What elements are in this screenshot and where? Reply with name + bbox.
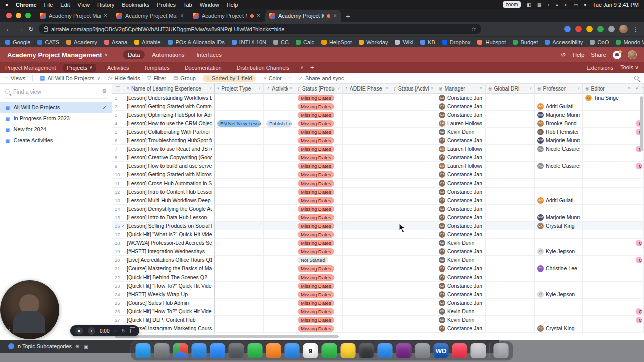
cell-status-production[interactable]: Missing Dates [295, 222, 343, 230]
cell-status-activities[interactable] [391, 247, 436, 256]
column-header-act[interactable]: ↗Activities∨ [264, 84, 295, 93]
cell-addie-phase[interactable] [343, 111, 391, 119]
table-row[interactable]: 2[Lesson] Getting Started with Commerce … [112, 102, 644, 111]
browser-tab[interactable]: Academy Project Managem× [112, 10, 188, 22]
cell-project-type[interactable] [215, 196, 264, 205]
cell-activities[interactable] [264, 205, 295, 213]
cell-manager[interactable]: KDKevin Dunn [436, 307, 486, 316]
cell-professor[interactable]: NCNicole Casares [535, 162, 583, 170]
cell-sta[interactable] [633, 264, 644, 273]
cell-status-production[interactable]: Missing Dates [295, 111, 343, 119]
bookmark-mondo-vault[interactable]: Mondo Vault [616, 39, 644, 45]
cell-addie-phase[interactable] [343, 196, 391, 205]
cell-activities[interactable] [264, 102, 295, 111]
cell-professor[interactable]: MMMarjorie Munroe [535, 111, 583, 119]
cell-status-activities[interactable] [391, 307, 436, 316]
cell-sta[interactable] [633, 299, 644, 307]
dock-icon-launchpad[interactable] [154, 343, 170, 358]
apple-menu-icon[interactable]: ● [5, 2, 8, 7]
cell-project-type[interactable] [215, 239, 264, 247]
cell-activities[interactable] [264, 230, 295, 239]
chevron-down-icon[interactable]: ∨ [529, 86, 532, 90]
cell-editor[interactable] [583, 307, 633, 316]
horizontal-scrollbar[interactable] [115, 335, 339, 338]
cell-status-production[interactable]: Not Started [295, 256, 343, 264]
cell-professor[interactable] [535, 230, 583, 239]
dock-icon-safari[interactable] [192, 343, 207, 358]
bookmark-pos-allocadia-ids[interactable]: POs & Allocadia IDs [168, 39, 224, 45]
cell-name[interactable]: [Lesson] Creative Copywriting (Google Ad… [124, 153, 215, 162]
extensions-button[interactable]: Extensions [586, 65, 613, 71]
cell-status-activities[interactable] [391, 264, 436, 273]
row-number-cell[interactable]: 23 [112, 282, 124, 290]
cell-project-type[interactable] [215, 170, 264, 179]
column-header-sta[interactable]: ▾Sta∨ [633, 84, 644, 93]
row-number-cell[interactable]: 7 [112, 145, 124, 153]
sidebar-view-all-will-do-projects[interactable]: ▦All Will Do Projects✓ [0, 102, 112, 113]
menu-help[interactable]: Help [227, 2, 238, 8]
cell-professor[interactable] [535, 170, 583, 179]
cell-name[interactable]: [Lesson] Cross-Hub Automation in Starter [124, 179, 215, 188]
cell-status-production[interactable]: Missing Dates [295, 213, 343, 222]
cell-status-activities[interactable] [391, 273, 436, 282]
pause-recording-button[interactable]: ‖ [88, 327, 95, 335]
cell-global-dri[interactable] [486, 213, 535, 222]
cell-addie-phase[interactable] [343, 94, 391, 102]
cell-editor[interactable] [583, 247, 633, 256]
cell-activities[interactable] [264, 213, 295, 222]
cell-editor[interactable] [583, 162, 633, 170]
menu-window[interactable]: Window [200, 2, 219, 8]
window-close-button[interactable] [6, 13, 12, 18]
cell-status-production[interactable]: Missing Dates [295, 316, 343, 324]
cell-manager[interactable]: KDKevin Dunn [436, 316, 486, 324]
table-row[interactable]: 18[WCW24] Professor-Led Accreds Session … [112, 239, 644, 247]
cell-professor[interactable] [535, 307, 583, 316]
dock-icon-preview[interactable] [471, 343, 486, 358]
cell-status-activities[interactable] [391, 205, 436, 213]
cell-manager[interactable]: CJConstance James [436, 153, 486, 162]
cell-sta[interactable]: Q3'2 [633, 162, 644, 170]
cell-sta[interactable] [633, 170, 644, 179]
cell-activities[interactable] [264, 170, 295, 179]
bookmark-academy[interactable]: Academy [66, 39, 97, 45]
column-header-type[interactable]: ▾Project Type∨ [215, 84, 264, 93]
dock-icon-zoom[interactable] [210, 343, 225, 358]
cell-editor[interactable]: TSTina Singe [583, 94, 633, 102]
cell-manager[interactable]: CJConstance James [436, 264, 486, 273]
cell-professor[interactable]: MMMarjorie Munroe [535, 213, 583, 222]
cell-status-production[interactable]: Missing Dates [295, 136, 343, 145]
cell-global-dri[interactable] [486, 111, 535, 119]
cell-status-activities[interactable] [391, 153, 436, 162]
delete-recording-icon[interactable] [130, 329, 134, 333]
row-number-cell[interactable]: 10 [112, 170, 124, 179]
menu-view[interactable]: View [77, 2, 90, 8]
bookmark-google[interactable]: Google [5, 39, 30, 45]
cell-addie-phase[interactable] [343, 162, 391, 170]
column-header-checkbox[interactable] [112, 84, 124, 93]
cell-manager[interactable]: CJConstance James [436, 102, 486, 111]
bookmark-airtable[interactable]: Airtable [134, 39, 160, 45]
dock-icon-appstore[interactable] [378, 343, 393, 358]
tools-button[interactable]: Tools ∨ [620, 64, 639, 71]
chevron-down-icon[interactable]: ∨ [290, 86, 292, 90]
cell-editor[interactable] [583, 256, 633, 264]
column-header-status2[interactable]: ƒStatus [Activiti…∨ [391, 84, 436, 93]
tab-close-icon[interactable]: × [104, 12, 107, 19]
cell-status-production[interactable]: Missing Dates [295, 273, 343, 282]
row-number-cell[interactable]: 6 [112, 136, 124, 145]
bookmark-workday[interactable]: Workday [359, 39, 388, 45]
table-row[interactable]: 17[Quick Hit] "What Is?" Quick Hit Video… [112, 230, 644, 239]
status-icon-1[interactable]: ◧ [527, 2, 531, 7]
cell-status-activities[interactable] [391, 94, 436, 102]
url-omnibox[interactable]: airtable.com/app5tjngOBcV2g5Cp/tblWVbAUT… [39, 24, 481, 34]
cell-sta[interactable] [633, 153, 644, 162]
cell-name[interactable]: [Lesson] Understanding Workflows Lesson [124, 94, 215, 102]
bookmark-cats[interactable]: CATS [37, 39, 59, 45]
row-number-cell[interactable]: 9 [112, 162, 124, 170]
cell-manager[interactable]: CJConstance James [436, 94, 486, 102]
table-row[interactable]: 5[Lesson] Collaborating With Partner Dev… [112, 128, 644, 136]
cell-professor[interactable] [535, 239, 583, 247]
tab-close-icon[interactable]: × [180, 12, 184, 19]
cell-professor[interactable]: CKCrystal King [535, 324, 583, 333]
cell-addie-phase[interactable] [343, 230, 391, 239]
